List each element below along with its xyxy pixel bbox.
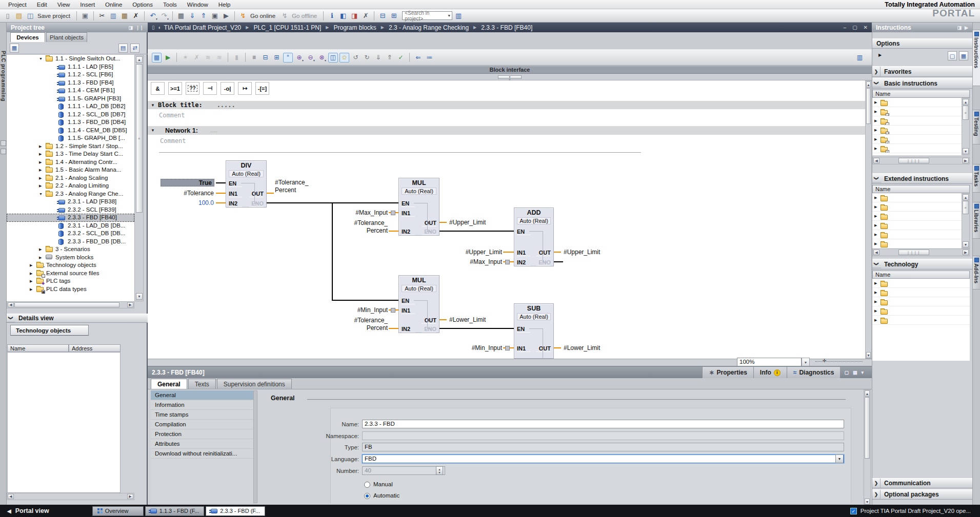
- extended-vertical-scrollbar[interactable]: ▲ ≡ ▼: [962, 193, 970, 249]
- basic-instruction-item[interactable]: ▶◔Timer operations: [872, 116, 962, 126]
- tree-item[interactable]: ▶◆PLC tags: [7, 277, 134, 285]
- basic-instruction-item[interactable]: ▶⊣Bit logic operations: [872, 107, 962, 116]
- insert-network-button[interactable]: ▦: [152, 53, 162, 63]
- properties-tab-supervision-definitions[interactable]: Supervision definitions: [217, 379, 292, 389]
- tree-item[interactable]: ▼1.1 - Single Switch Out...: [7, 55, 134, 63]
- save-icon[interactable]: ◫: [25, 11, 35, 21]
- scroll-left-icon[interactable]: ◀: [8, 494, 14, 499]
- expand-icon[interactable]: ▶: [874, 279, 877, 288]
- taskbar-tab[interactable]: 2.3.3 - FBD (F...: [206, 506, 265, 516]
- side-tab-instructions[interactable]: Instructions: [973, 30, 980, 86]
- breadcrumb-item[interactable]: PLC_1 [CPU 1511-1 PN]: [253, 24, 321, 31]
- options-panel-icon[interactable]: ▢: [948, 51, 957, 60]
- tree-sync-icon[interactable]: ⇄: [130, 44, 139, 53]
- menu-project[interactable]: Project: [3, 2, 32, 8]
- properties-nav-item[interactable]: Attributes: [151, 439, 253, 449]
- basic-horizontal-scrollbar[interactable]: ◀ ❘❘❘❘ ▶: [872, 157, 970, 164]
- tree-item[interactable]: 2.3.3 - FBD_DB [DB...: [7, 238, 134, 246]
- new-project-button[interactable]: ▯: [3, 11, 13, 21]
- operand[interactable]: #Upper_Limit: [443, 249, 502, 256]
- tree-expand-icon[interactable]: ▶: [39, 174, 42, 182]
- search-input[interactable]: <Search in project>▼: [402, 11, 452, 20]
- tree-item[interactable]: 1.1.2 - SCL_DB [DB7]: [7, 111, 134, 119]
- start-simulation-button[interactable]: ◧: [338, 11, 348, 21]
- tree-item[interactable]: 1.1.1 - LAD [FB5]: [7, 63, 134, 71]
- section-optional-packages[interactable]: ❯ Optional packages: [872, 489, 973, 500]
- portal-view-button[interactable]: ◀ Portal view: [0, 507, 56, 514]
- pin-en[interactable]: EN: [517, 229, 530, 235]
- upload-from-device-button[interactable]: ⇑: [198, 11, 209, 21]
- editor-scroll-thumb[interactable]: [866, 88, 871, 124]
- tree-item[interactable]: 2.3.2 - SCL_DB [DB...: [7, 230, 134, 238]
- extended-instruction-item[interactable]: ▶String + Char: [872, 202, 962, 212]
- free-placement-button[interactable]: ✩: [339, 53, 349, 63]
- operand[interactable]: #Min_Input: [449, 344, 502, 351]
- breadcrumb-item[interactable]: TIA Portal Draft Project_V20: [164, 24, 242, 31]
- technology-item[interactable]: ▶Time-based IO: [872, 316, 970, 325]
- pin-en[interactable]: EN: [229, 180, 242, 187]
- details-column-name[interactable]: Name: [7, 344, 69, 352]
- field-number[interactable]: 40: [362, 466, 445, 475]
- expand-networks-button[interactable]: ⊞: [272, 53, 282, 63]
- tree-collapse-icon[interactable]: ❘❘: [136, 25, 144, 30]
- tree-item[interactable]: 1.1.3 - FBD [FB4]: [7, 79, 134, 87]
- taskbar-tab[interactable]: 1.1.3 - FBD (F...: [145, 506, 205, 516]
- fbd-block-mul-lower[interactable]: MULAuto (Real)ENIN1IN2OUTENO: [398, 275, 439, 333]
- dropdown-icon[interactable]: ▼: [835, 454, 844, 463]
- inspector-tab-diagnostics[interactable]: ≈Diagnostics: [787, 367, 841, 378]
- scroll-up-icon[interactable]: ▲: [963, 99, 969, 105]
- section-communication[interactable]: ❯ Communication: [872, 478, 973, 488]
- menu-icon[interactable]: ▤: [853, 370, 857, 375]
- menu-view[interactable]: View: [52, 2, 75, 8]
- scroll-down-icon[interactable]: ▼: [865, 499, 870, 505]
- tab-plant-objects[interactable]: Plant objects: [46, 32, 87, 42]
- tree-expand-icon[interactable]: ▶: [30, 285, 32, 294]
- instructions-float-icon[interactable]: ◨: [957, 25, 962, 30]
- expand-icon[interactable]: ▶: [874, 144, 877, 153]
- absolute-symbolic-button[interactable]: ≡: [249, 53, 259, 63]
- pin-in2[interactable]: IN2: [517, 259, 530, 266]
- properties-tab-general[interactable]: General: [151, 379, 187, 389]
- scroll-down-icon[interactable]: ▼: [963, 148, 969, 154]
- copy-button[interactable]: ▥: [108, 11, 118, 21]
- properties-nav-splitter[interactable]: [253, 390, 257, 503]
- section-extended-instructions[interactable]: ❯ Extended instructions: [872, 173, 973, 184]
- start-runtime-button[interactable]: ▶: [221, 11, 231, 21]
- invert-logic-button[interactable]: ⊗▼: [317, 53, 327, 63]
- menu-help[interactable]: Help: [213, 2, 236, 8]
- fbd-block-mul-upper[interactable]: MULAuto (Real)ENIN1IN2OUTENO: [398, 178, 439, 236]
- goto-next-error-button[interactable]: ≔: [425, 53, 434, 63]
- pin-out[interactable]: OUT: [249, 191, 264, 197]
- properties-nav-item[interactable]: Protection: [151, 429, 253, 439]
- extended-instruction-item[interactable]: ▶Process image: [872, 212, 962, 221]
- tree-expand-icon[interactable]: ▶: [39, 150, 42, 158]
- tree-item[interactable]: 2.3.1 - LAD_DB [DB...: [7, 222, 134, 230]
- tree-item[interactable]: 1.1.5- GRAPH_DB [...: [7, 134, 134, 142]
- menu-edit[interactable]: Edit: [32, 2, 52, 8]
- pin-eno[interactable]: ENO: [422, 229, 436, 235]
- tree-expand-icon[interactable]: ▶: [30, 270, 32, 278]
- minimize-icon[interactable]: –: [844, 25, 847, 30]
- tree-columns-icon[interactable]: ▤: [118, 44, 128, 53]
- operand[interactable]: #Tolerance: [160, 190, 214, 197]
- details-module-tab[interactable]: Technology objects: [10, 325, 89, 336]
- extended-instruction-item[interactable]: ▶Date and time-of-day: [872, 193, 962, 202]
- tree-expand-icon[interactable]: ▶: [39, 142, 42, 151]
- block-type-chip[interactable]: Auto (Real): [402, 285, 436, 292]
- section-basic-instructions[interactable]: ❯ Basic instructions: [872, 78, 973, 89]
- library-view-button[interactable]: ▥: [453, 11, 464, 21]
- block-type-chip[interactable]: Auto (Real): [517, 217, 551, 224]
- operand[interactable]: #Lower_Limit: [449, 316, 508, 323]
- scroll-down-icon[interactable]: ▼: [136, 293, 143, 300]
- tree-item[interactable]: ▶2.2 - Analog Limiting: [7, 182, 134, 190]
- operand[interactable]: #Tolerance_Percent: [331, 219, 388, 235]
- tree-item[interactable]: 1.1.3 - FBD_DB [DB4]: [7, 118, 134, 127]
- tree-item[interactable]: ▶*Technology objects: [7, 261, 134, 270]
- device-proxy-button[interactable]: ◨: [349, 11, 359, 21]
- expand-icon[interactable]: ▶: [874, 135, 877, 144]
- radio-manual[interactable]: [364, 482, 370, 488]
- technology-item[interactable]: ▶Motion Control: [872, 297, 970, 306]
- scroll-left-icon[interactable]: ◀: [873, 250, 879, 255]
- cut-button[interactable]: ✂: [97, 11, 107, 21]
- side-tab-libraries[interactable]: Libraries: [973, 202, 980, 239]
